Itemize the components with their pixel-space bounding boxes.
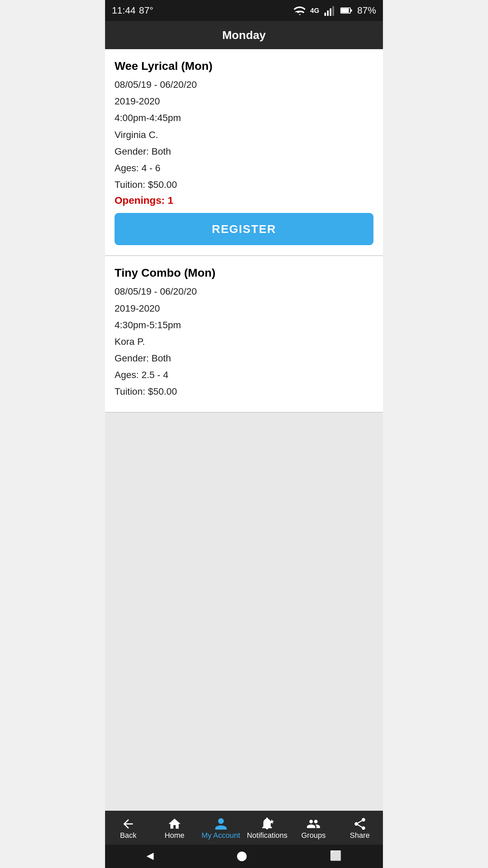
nav-notifications-label: Notifications [247,831,287,840]
nav-notifications[interactable]: Notifications [244,817,290,840]
nav-groups[interactable]: Groups [290,817,337,840]
nav-home-label: Home [165,831,185,840]
class-tuition-2: Tuition: $50.00 [115,385,373,398]
nav-share[interactable]: Share [337,817,383,840]
temperature-display: 87° [139,5,153,16]
system-nav-bar: ◀ ⬤ ⬜ [105,845,383,868]
system-recents-button[interactable]: ⬜ [330,850,342,861]
wifi-icon [293,4,306,17]
class-year-2: 2019-2020 [115,302,373,315]
time-display: 11:44 [112,5,136,16]
system-home-button[interactable]: ⬤ [237,850,247,861]
header-title: Monday [222,28,266,41]
battery-percent: 87% [357,5,376,16]
nav-home[interactable]: Home [151,817,198,840]
class-gender-2: Gender: Both [115,352,373,365]
nav-myaccount[interactable]: My Account [198,817,244,840]
groups-icon [306,817,321,831]
class-year-1: 2019-2020 [115,95,373,108]
system-back-button[interactable]: ◀ [146,850,154,861]
class-tuition-1: Tuition: $50.00 [115,178,373,191]
nav-back-label: Back [120,831,137,840]
register-button-1[interactable]: REGISTER [115,213,373,245]
class-name-1: Wee Lyrical (Mon) [115,59,373,73]
class-gender-1: Gender: Both [115,145,373,158]
class-time-1: 4:00pm-4:45pm [115,111,373,124]
class-date-range-2: 08/05/19 - 06/20/20 [115,285,373,298]
svg-rect-2 [330,8,331,16]
network-icon: 4G [310,7,319,15]
svg-rect-1 [327,11,329,16]
svg-rect-0 [324,13,326,16]
class-time-2: 4:30pm-5:15pm [115,318,373,332]
home-icon [167,817,182,831]
class-ages-2: Ages: 2.5 - 4 [115,368,373,381]
class-instructor-1: Virginia C. [115,128,373,141]
nav-myaccount-label: My Account [202,831,240,840]
account-icon [214,817,228,831]
class-openings-1: Openings: 1 [115,195,373,206]
share-icon [353,817,367,831]
nav-back[interactable]: Back [105,817,151,840]
main-content: Wee Lyrical (Mon) 08/05/19 - 06/20/20 20… [105,49,383,811]
class-ages-1: Ages: 4 - 6 [115,161,373,175]
signal-icon [323,4,336,17]
class-card-2: Tiny Combo (Mon) 08/05/19 - 06/20/20 201… [105,256,383,412]
back-icon [121,817,135,831]
notifications-icon [260,817,274,831]
bottom-nav: Back Home My Account Notifications Group… [105,811,383,845]
class-date-range-1: 08/05/19 - 06/20/20 [115,78,373,91]
status-bar: 11:44 87° 4G 87% [105,0,383,21]
nav-groups-label: Groups [301,831,326,840]
nav-share-label: Share [350,831,370,840]
class-card-1: Wee Lyrical (Mon) 08/05/19 - 06/20/20 20… [105,49,383,256]
page-header: Monday [105,21,383,49]
class-instructor-2: Kora P. [115,335,373,348]
battery-icon [340,4,353,17]
svg-rect-5 [350,9,352,12]
class-name-2: Tiny Combo (Mon) [115,266,373,279]
svg-rect-6 [341,8,349,13]
svg-rect-3 [332,6,334,16]
